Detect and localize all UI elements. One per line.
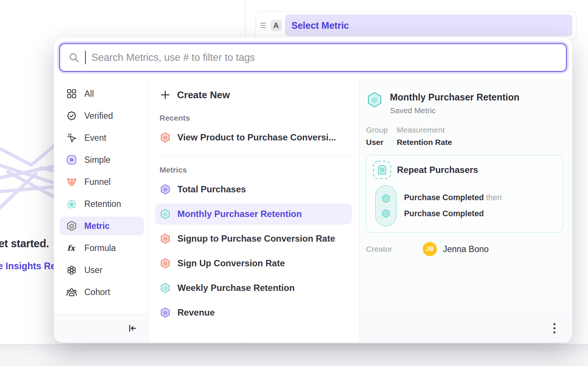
metric-list-item[interactable]: Signup to Purchase Conversion Rate [155, 228, 352, 249]
sidebar-item-label: Verified [84, 111, 113, 121]
details-subtitle: Saved Metric [390, 106, 519, 115]
section-title: Metrics [160, 165, 352, 174]
metric-list-item[interactable]: View Product to Purchase Conversi... [155, 127, 352, 148]
sidebar-item-label: Metric [84, 221, 110, 231]
kebab-menu-icon [552, 322, 557, 335]
step-hexagon-icon [381, 193, 391, 204]
metric-list-item[interactable]: Monthly Purchaser Retention [155, 204, 352, 224]
definition-step: Purchase Completed [404, 209, 502, 218]
section-title: Recents [160, 114, 352, 122]
details-header: Monthly Purchaser Retention Saved Metric [366, 91, 563, 115]
series-letter-badge[interactable]: A [270, 20, 282, 31]
text-caret [85, 51, 86, 64]
sidebar-item-label: Formula [84, 243, 116, 253]
sidebar-item-user[interactable]: User [60, 261, 144, 279]
meta-value: Retention Rate [397, 138, 452, 147]
creator-row: Creator JB Jenna Bono [366, 242, 563, 256]
details-meta: GroupUserMeasurementRetention Rate [366, 125, 563, 147]
teal-hexagon-icon [160, 282, 171, 294]
filter-sidebar: AllVerifiedEventSimpleFunnelRetentionMet… [54, 78, 148, 342]
meta-measurement: MeasurementRetention Rate [397, 125, 452, 147]
sidebar-item-label: Retention [84, 199, 121, 209]
sidebar-footer [54, 314, 148, 342]
metric-list-item-label: View Product to Purchase Conversi... [178, 132, 336, 143]
metric-list-item-label: Revenue [178, 307, 215, 318]
event-cursor-icon [66, 132, 77, 143]
search-input[interactable] [91, 52, 558, 63]
metric-list-item-label: Total Purchases [178, 184, 246, 195]
drag-handle-icon[interactable] [259, 23, 268, 28]
page-bottom-strip [0, 344, 588, 366]
step-connector: then [484, 193, 502, 202]
sidebar-item-label: Event [84, 133, 106, 143]
svg-text:fx: fx [67, 244, 76, 252]
sidebar-item-funnel[interactable]: Funnel [60, 173, 144, 191]
metric-row-card: A Select Metric [256, 11, 576, 40]
sidebar-item-verified[interactable]: Verified [60, 106, 144, 125]
formula-icon: fx [66, 242, 77, 254]
retention-definition-icon [372, 160, 392, 180]
sidebar-item-label: Funnel [84, 177, 110, 187]
background-heading-fragment: et started. [0, 238, 49, 250]
metric-list-item[interactable]: Sign Up Conversion Rate [155, 253, 352, 274]
metric-picker-modal: AllVerifiedEventSimpleFunnelRetentionMet… [54, 37, 572, 342]
salmon-hexagon-icon [160, 258, 171, 269]
metric-hexagon-icon [66, 220, 77, 232]
creator-avatar: JB [423, 242, 437, 256]
meta-label: Measurement [397, 125, 452, 134]
sidebar-item-simple[interactable]: Simple [60, 151, 144, 169]
metric-list: Create New Recents View Product to Purch… [148, 78, 360, 342]
metric-details-panel: Monthly Purchaser Retention Saved Metric… [360, 78, 572, 342]
sidebar-item-label: Cohort [84, 287, 110, 297]
grid-icon [66, 88, 77, 99]
verified-badge-icon [66, 110, 77, 121]
sidebar-item-metric[interactable]: Metric [60, 217, 144, 235]
collapse-left-icon [126, 322, 138, 334]
metric-list-item-label: Signup to Purchase Conversion Rate [178, 233, 335, 244]
sidebar-item-retention[interactable]: Retention [60, 195, 144, 213]
sidebar-item-label: Simple [84, 155, 110, 165]
select-metric-label: Select Metric [291, 20, 349, 31]
sidebar-item-cohort[interactable]: Cohort [60, 283, 144, 301]
section-divider [155, 156, 352, 156]
sidebar-item-label: User [84, 265, 103, 275]
cohort-icon [66, 286, 77, 298]
plus-icon [160, 89, 171, 100]
insights-report-link-fragment[interactable]: e Insights Re [0, 261, 56, 272]
definition-name: Repeat Purchasers [397, 165, 478, 175]
sidebar-item-all[interactable]: All [60, 84, 144, 103]
create-new-label: Create New [177, 89, 230, 101]
salmon-hexagon-icon [160, 233, 171, 244]
metric-list-item-label: Monthly Purchaser Retention [178, 209, 302, 219]
metric-list-item[interactable]: Revenue [155, 302, 352, 323]
sidebar-item-label: All [84, 89, 94, 99]
sidebar-item-formula[interactable]: fxFormula [60, 239, 144, 257]
funnel-icon [66, 176, 77, 187]
collapse-sidebar-button[interactable] [126, 322, 138, 334]
metric-list-item[interactable]: Total Purchases [155, 179, 352, 200]
retention-icon [66, 198, 77, 210]
step-hexagon-icon [381, 208, 391, 218]
salmon-hexagon-icon [160, 132, 171, 143]
metric-type-hexagon-icon [366, 91, 383, 108]
purple-hexagon-icon [160, 184, 171, 195]
more-options-button[interactable] [552, 322, 557, 335]
details-footer [360, 314, 572, 342]
creator-name: Jenna Bono [443, 244, 489, 254]
simple-icon [66, 154, 77, 165]
details-title: Monthly Purchaser Retention [390, 92, 519, 103]
purple-hexagon-icon [160, 307, 171, 318]
create-new-button[interactable]: Create New [155, 85, 352, 105]
creator-label: Creator [366, 245, 423, 254]
meta-value: User [366, 138, 388, 147]
meta-label: Group [366, 125, 388, 134]
select-metric-button[interactable]: Select Metric [285, 15, 572, 36]
metric-list-item-label: Weekly Purchase Retention [178, 283, 295, 293]
search-icon [68, 52, 79, 63]
sidebar-item-event[interactable]: Event [60, 128, 144, 147]
search-box[interactable] [59, 43, 567, 72]
meta-group: GroupUser [366, 125, 388, 147]
definition-card: Repeat Purchasers Purchase Completed the… [366, 155, 563, 233]
metric-list-item[interactable]: Weekly Purchase Retention [155, 277, 352, 298]
user-icon [66, 264, 77, 276]
